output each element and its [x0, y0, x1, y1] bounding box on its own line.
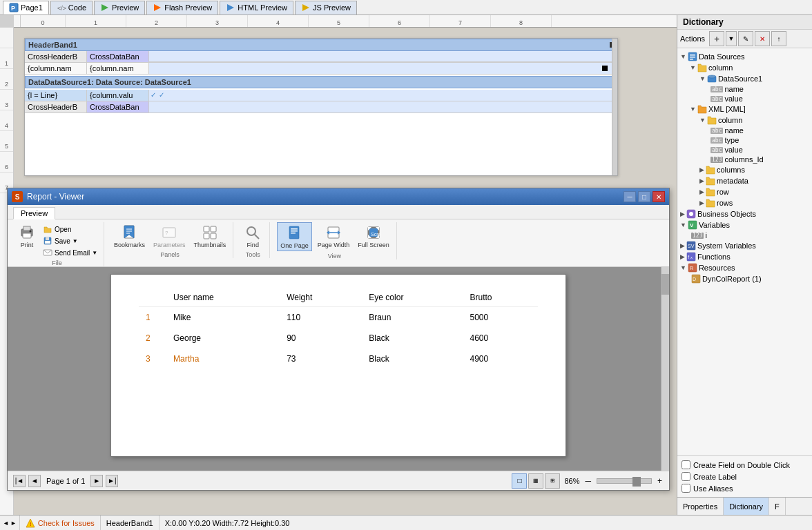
viewer-restore-btn[interactable]: □ [638, 191, 650, 202]
svg-rect-21 [211, 233, 216, 239]
datasource-band[interactable]: DataDataSource1: Data Source: DataSource… [25, 76, 617, 88]
nav-first-btn[interactable]: |◄ [13, 475, 26, 487]
tree-dyncol[interactable]: D DynColReport (1) [680, 273, 809, 284]
tree-row[interactable]: ▶ row [680, 186, 809, 197]
create-field-checkbox[interactable]: Create Field on Double Click [682, 459, 808, 471]
status-warning-item[interactable]: ! Check for Issues [20, 516, 101, 530]
row2-num: 2 [139, 328, 166, 349]
tree-value1[interactable]: abc value [680, 94, 809, 104]
nav-next-btn[interactable]: ► [90, 475, 103, 487]
edit-btn[interactable]: ✎ [738, 31, 753, 46]
print-btn[interactable]: Print [14, 222, 39, 250]
tree-xml-name[interactable]: abc name [680, 126, 809, 135]
tree-xml[interactable]: ▼ XML [XML] [680, 104, 809, 115]
tree-xml-value[interactable]: abc value [680, 145, 809, 155]
table-row: 2 George 90 Black 4600 [139, 328, 538, 349]
tree-business-objects[interactable]: ▶ Business Objects [680, 208, 809, 219]
header-band-label: HeaderBand1 [28, 41, 77, 49]
tab-js-preview[interactable]: JS Preview [295, 1, 357, 14]
tab-page1-label: Page1 [21, 3, 43, 12]
viewer-tab-preview[interactable]: Preview [13, 207, 55, 219]
row-icon [706, 187, 715, 197]
tree-xml-columns-id[interactable]: 123 columns_Id [680, 155, 809, 164]
dropdown-btn[interactable]: ▼ [726, 31, 737, 46]
svg-point-10 [30, 230, 32, 233]
tree-rows[interactable]: ▶ rows [680, 197, 809, 208]
send-email-btn[interactable]: Send Email ▼ [41, 247, 99, 258]
tab-preview[interactable]: Preview [94, 1, 145, 14]
tab-page1[interactable]: P Page1 [3, 1, 49, 14]
tree-metadata[interactable]: ▶ metadata [680, 175, 809, 186]
delete-btn[interactable]: ✕ [755, 31, 770, 46]
viewer-close-btn[interactable]: ✕ [652, 191, 665, 202]
tree-functions[interactable]: ▶ fx Functions [680, 251, 809, 262]
save-icon [43, 236, 52, 246]
find-btn[interactable]: Find [240, 222, 265, 250]
column-label: column [708, 63, 733, 72]
data-row: {l = Line} {column.valu ✓ ✓ [25, 90, 617, 101]
status-prev-btn[interactable]: ◄ [3, 520, 9, 527]
zoom-slider[interactable] [597, 478, 652, 484]
zoom-out-btn[interactable]: ─ [583, 476, 592, 486]
move-up-btn[interactable]: ↑ [771, 31, 786, 46]
tree-column[interactable]: ▼ column [680, 62, 809, 73]
view-mode-1-btn[interactable]: □ [512, 473, 527, 489]
bookmarks-btn[interactable]: Bookmarks [111, 222, 148, 250]
thumbnails-btn[interactable]: Thumbnails [191, 222, 229, 250]
tab-preview-label: Preview [112, 3, 139, 12]
tree-datasources[interactable]: ▼ Data Sources [680, 51, 809, 62]
col-header-2: {column.nam [87, 63, 149, 74]
tree-i-variable[interactable]: 123 i [680, 230, 809, 240]
viewer-content[interactable]: User name Weight Eye color Brutto 1 Mike… [8, 267, 669, 471]
zoom-in-btn[interactable]: + [656, 476, 664, 486]
row3-name: Martha [166, 349, 280, 369]
tab-f[interactable]: F [769, 498, 786, 515]
parameters-btn[interactable]: ? Parameters [151, 222, 188, 250]
page-width-btn[interactable]: Page Width [315, 222, 353, 250]
page-width-label: Page Width [318, 242, 350, 248]
tree-variables[interactable]: ▼ V Variables [680, 219, 809, 230]
full-screen-btn[interactable]: Screen Full Screen [355, 222, 392, 250]
header-band[interactable]: HeaderBand1 [25, 39, 617, 51]
tree-xml-type[interactable]: abc type [680, 135, 809, 145]
tab-properties[interactable]: Properties [677, 498, 724, 515]
tree-columns[interactable]: ▶ columns [680, 164, 809, 175]
create-label-checkbox[interactable]: Create Label [682, 471, 808, 482]
warning-icon: ! [26, 518, 35, 528]
dictionary-options: Create Field on Double Click Create Labe… [677, 455, 812, 497]
tree-name1[interactable]: abc name [680, 84, 809, 94]
one-page-btn[interactable]: One Page [277, 222, 312, 251]
tree-system-variables[interactable]: ▶ SV System Variables [680, 240, 809, 251]
page-info: Page 1 of 1 [44, 477, 88, 485]
use-aliases-checkbox[interactable]: Use Aliases [682, 482, 808, 494]
tree-resources[interactable]: ▼ R Resources [680, 262, 809, 273]
zoom-value: 86% [564, 477, 579, 485]
tab-code[interactable]: </> Code [50, 1, 93, 14]
svg-text:SV: SV [688, 244, 695, 248]
dictionary-toolbar: Actions + ▼ ✎ ✕ ↑ [677, 30, 812, 48]
tree-datasource1[interactable]: ▼ DataSource1 [680, 73, 809, 84]
tree-xml-column[interactable]: ▼ column [680, 115, 809, 126]
row3-brutto: 4900 [463, 349, 538, 369]
viewer-minimize-btn[interactable]: ─ [624, 191, 636, 202]
status-next-btn[interactable]: ► [10, 520, 17, 527]
tab-flash-preview[interactable]: Flash Preview [146, 1, 218, 14]
file-group-label: File [52, 259, 62, 266]
row3-num: 3 [139, 349, 166, 369]
svg-rect-12 [46, 237, 49, 240]
tab-dictionary[interactable]: Dictionary [724, 498, 769, 515]
nav-last-btn[interactable]: ►| [106, 475, 118, 487]
save-btn[interactable]: Save ▼ [41, 235, 99, 246]
open-btn[interactable]: Open [41, 224, 99, 235]
toolbar-group-panels: Bookmarks ? Parameters [107, 222, 233, 258]
add-btn[interactable]: + [709, 31, 724, 46]
tab-js-preview-label: JS Preview [313, 3, 351, 12]
nav-prev-btn[interactable]: ◄ [28, 475, 41, 487]
dictionary-tree[interactable]: ▼ Data Sources ▼ column ▼ DataSource1 ab… [677, 48, 812, 455]
value1-label: value [724, 95, 742, 103]
xml-folder-icon [697, 104, 707, 114]
bottom-tab-bar: Properties Dictionary F [677, 497, 812, 515]
tab-html-preview[interactable]: HTML Preview [220, 1, 293, 14]
view-mode-2-btn[interactable]: ▦ [528, 473, 543, 489]
view-mode-3-btn[interactable]: ⊞ [545, 473, 560, 489]
